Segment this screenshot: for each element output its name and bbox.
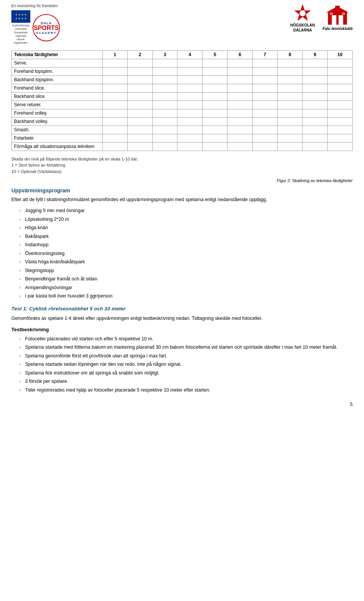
table-cell-score [303, 142, 328, 151]
eu-text: EUROPEISKAUNIONENEuropeiskaregionalautve… [12, 24, 30, 45]
table-cell-score [102, 67, 127, 76]
table-cell-score [127, 59, 152, 67]
table-cell-score [253, 109, 278, 117]
dala-logo: DALA SPORTS ACADEMY [33, 14, 60, 41]
table-row: Forehand volley. [12, 109, 353, 117]
table-cell-score [278, 76, 303, 84]
list-item: I par kasta boll över huvudet 3 ggr/pers… [19, 292, 353, 300]
table-cell-score [228, 92, 253, 101]
table-cell-score [328, 67, 353, 76]
table-cell-score [328, 142, 353, 151]
table-cell-score [127, 142, 152, 151]
table-info: Skatta din nivå på följande tekniska fär… [11, 154, 353, 177]
investering-text: En investering för framtiden [11, 4, 60, 8]
svg-rect-12 [342, 13, 345, 15]
table-row: Fotarbete [12, 134, 353, 142]
table-cell-score [278, 67, 303, 76]
table-cell-label: Smash. [12, 126, 103, 134]
skills-table: Tekniska färdigheter 1 2 3 4 5 6 7 8 9 1… [11, 50, 353, 151]
list-item: Spelarna genomförde först ett provförsök… [19, 352, 353, 360]
table-cell-score [177, 126, 202, 134]
table-cell-score [152, 142, 177, 151]
table-row: Backhand slice. [12, 92, 353, 101]
table-cell-score [177, 101, 202, 109]
table-cell-score [278, 109, 303, 117]
table-cell-score [127, 76, 152, 84]
table-cell-score [228, 84, 253, 92]
list-item: Växla höga knän/bakåtspark [19, 258, 353, 266]
header: En investering för framtiden ★ ★ ★ ★ ★ ★… [11, 4, 353, 45]
col-10: 10 [328, 50, 353, 59]
svg-rect-7 [339, 15, 343, 25]
warmup-list: Jogging 5 min med övningarLöpsskolning 2… [19, 206, 353, 300]
table-cell-score [278, 92, 303, 101]
table-cell-score [202, 84, 228, 92]
table-cell-score [303, 109, 328, 117]
table-info-line2: 1 = Stort behov av förbättring [11, 162, 353, 168]
table-cell-score [278, 142, 303, 151]
col-3: 3 [152, 50, 177, 59]
table-cell-score [328, 134, 353, 142]
svg-rect-10 [334, 9, 340, 10]
col-2: 2 [127, 50, 152, 59]
table-cell-score [228, 134, 253, 142]
table-cell-label: Backhand topspinn. [12, 76, 103, 84]
list-item: Bakåtspark [19, 232, 353, 241]
table-cell-score [228, 109, 253, 117]
table-cell-score [303, 76, 328, 84]
table-cell-score [202, 142, 228, 151]
table-cell-score [152, 76, 177, 84]
page-number: 5 [11, 402, 353, 407]
table-cell-score [253, 67, 278, 76]
table-cell-score [177, 117, 202, 126]
testbeskrivning-heading: Testbeskrivning [11, 327, 353, 332]
col-5: 5 [202, 50, 228, 59]
table-cell-score [202, 67, 228, 76]
table-cell-score [202, 101, 228, 109]
table-cell-score [102, 126, 127, 134]
table-cell-label: Forehand slice. [12, 84, 103, 92]
table-cell-score [102, 117, 127, 126]
list-item: Löpsskolning 2*20 m [19, 215, 353, 224]
table-cell-score [278, 84, 303, 92]
warmup-intro-text: Efter att de fyllt i skattningsformuläre… [11, 196, 353, 203]
table-cell-score [328, 109, 353, 117]
table-cell-score [228, 117, 253, 126]
table-cell-score [177, 84, 202, 92]
table-cell-label: Serve. [12, 59, 103, 67]
list-item: Indianhopp [19, 241, 353, 249]
table-cell-score [127, 101, 152, 109]
table-cell-score [228, 67, 253, 76]
col-9: 9 [303, 50, 328, 59]
table-cell-score [127, 84, 152, 92]
table-cell-score [303, 92, 328, 101]
table-cell-label: Serve returer. [12, 101, 103, 109]
svg-text:★ ★ ★ ★: ★ ★ ★ ★ [15, 17, 27, 20]
table-cell-score [177, 134, 202, 142]
table-cell-label: Backhand volley. [12, 117, 103, 126]
table-cell-score [278, 134, 303, 142]
table-cell-score [152, 92, 177, 101]
table-cell-score [177, 76, 202, 84]
table-cell-score [202, 109, 228, 117]
table-col-header: Tekniska färdigheter [12, 50, 103, 59]
list-item: Tider registrerades med hjälp av fotocel… [19, 386, 353, 395]
table-cell-score [152, 101, 177, 109]
table-cell-score [278, 101, 303, 109]
table-cell-score [253, 59, 278, 67]
table-row: Serve returer. [12, 101, 353, 109]
falu-logo: Falu tennisklubb [323, 6, 353, 31]
table-row: Förmåga att situationsanpassa tekniken [12, 142, 353, 151]
table-cell-score [328, 92, 353, 101]
table-cell-score [328, 126, 353, 134]
table-cell-score [228, 126, 253, 134]
falu-text: Falu tennisklubb [323, 27, 353, 31]
table-cell-score [102, 101, 127, 109]
table-cell-score [127, 92, 152, 101]
table-cell-score [152, 134, 177, 142]
list-item: Överkorsningssteg [19, 249, 353, 258]
col-4: 4 [177, 50, 202, 59]
table-cell-score [127, 67, 152, 76]
left-logos: En investering för framtiden ★ ★ ★ ★ ★ ★… [11, 4, 60, 45]
warmup-section-heading: Uppvärmningsprogram [11, 187, 353, 194]
